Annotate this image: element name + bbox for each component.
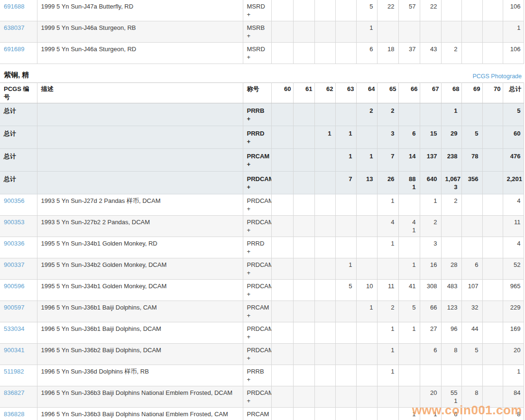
grade-62-cell [314,301,335,322]
grade-62-cell [314,408,335,420]
description-cell: 1999 5 Yn Sun-J46a Sturgeon, RD [37,43,243,64]
grade-63-cell [335,301,356,322]
grade-61-cell [293,301,314,322]
description-cell [37,149,243,172]
col-header-63: 63 [335,83,356,103]
grade-65-cell: 11 [377,280,398,301]
grade-67-cell: 27 [420,322,441,344]
grade-70-cell [482,149,503,172]
grade-69-cell [461,43,482,64]
pcgs-number-link[interactable]: 638037 [4,24,24,31]
grade-68-cell: 1 [441,103,461,126]
grade-69-cell: 5 [461,126,482,149]
grade-67-cell [420,365,441,386]
grade-68-cell: 238 [441,149,461,172]
total-cell: 8 [503,408,524,420]
total-cell: 4 [503,194,524,216]
grade-62-cell [314,172,335,194]
pcgs-photograde-link[interactable]: PCGS Photograde [472,73,522,80]
grade-69-cell [461,0,482,21]
grade-67-cell [420,103,441,126]
grade-69-cell: 107 [461,280,482,301]
table-row: 900356 1993 5 Yn Sun-J27d 2 Pandas 样币, D… [0,194,524,216]
grade-65-cell: 1 [377,237,398,258]
grade-68-cell: 2 [441,43,461,64]
grade-69-cell: 32 [461,301,482,322]
grade-64-cell [356,216,377,237]
pcgs-number-link[interactable]: 900336 [4,240,24,247]
pcgs-number-link[interactable]: 900337 [4,261,24,268]
grade-61-cell [293,216,314,237]
grade-61-cell [293,365,314,386]
grade-67-cell: 16 [420,258,441,280]
pcgs-number-link[interactable]: 533034 [4,325,24,332]
grade-70-cell [482,103,503,126]
pcgs-number-link[interactable]: 900356 [4,197,24,204]
grade-66-cell [398,103,420,126]
grade-61-cell [293,43,314,64]
grade-70-cell [482,258,503,280]
pcgs-number-link[interactable]: 511982 [4,368,24,375]
grade-61-cell [293,280,314,301]
grade-67-cell: 3 [420,237,441,258]
col-header-pcgs-number: PCGS 编号 [0,83,37,103]
total-cell: 4 [503,237,524,258]
grade-64-cell [356,322,377,344]
grade-65-cell: 22 [377,0,398,21]
grade-65-cell: 1 [377,344,398,365]
grade-68-cell: 123 [441,301,461,322]
grade-62-cell [314,103,335,126]
grade-62-cell [314,258,335,280]
grade-66-cell: 41 [398,280,420,301]
grade-63-cell [335,216,356,237]
grade-60-cell [271,149,293,172]
pcgs-number-link[interactable]: 836827 [4,389,24,396]
grade-60-cell [271,258,293,280]
col-header-64: 64 [356,83,377,103]
pcgs-number-link[interactable]: 691689 [4,46,24,53]
grade-63-cell [335,103,356,126]
grade-60-cell [271,344,293,365]
total-cell: 965 [503,280,524,301]
grade-64-cell [356,126,377,149]
grade-64-cell [356,237,377,258]
pcgs-number-link[interactable]: 900597 [4,304,24,311]
grade-66-cell: 5 [398,301,420,322]
grade-68-cell: 2 [441,194,461,216]
grade-69-cell [461,365,482,386]
grade-61-cell [293,386,314,408]
pcgs-number-link[interactable]: 900596 [4,283,24,290]
grade-65-cell: 7 [377,149,398,172]
col-header-68: 68 [441,83,461,103]
designation-cell: PRRB + [243,365,271,386]
designation-cell: PRDCAM + [243,344,271,365]
grade-62-cell [314,386,335,408]
grade-66-cell [398,194,420,216]
designation-cell: MSRD + [243,0,271,21]
totals-label-cell: 总计 [0,103,37,126]
grade-69-cell [461,194,482,216]
pcgs-number-link[interactable]: 900353 [4,219,24,226]
col-header-60: 60 [271,83,293,103]
total-cell: 169 [503,322,524,344]
pcgs-number-link[interactable]: 691688 [4,3,24,10]
col-header-70: 70 [482,83,503,103]
grade-68-cell: 28 [441,258,461,280]
pcgs-number-cell: 691688 [0,0,37,21]
description-cell: 1996 5 Yn Sun-J36b1 Baiji Dolphins, DCAM [37,322,243,344]
grade-70-cell [482,408,503,420]
pcgs-number-link[interactable]: 836828 [4,411,24,418]
grade-60-cell [271,172,293,194]
total-cell: 60 [503,126,524,149]
grade-68-cell: 96 [441,322,461,344]
grade-60-cell [271,194,293,216]
col-header-61: 61 [293,83,314,103]
pcgs-number-link[interactable]: 900341 [4,347,24,354]
grade-60-cell [271,0,293,21]
grade-67-cell: 6 [420,344,441,365]
grade-63-cell [335,386,356,408]
grade-65-cell: 1 [377,365,398,386]
grade-64-cell [356,386,377,408]
grade-65-cell: 2 [377,301,398,322]
col-header-66: 66 [398,83,420,103]
